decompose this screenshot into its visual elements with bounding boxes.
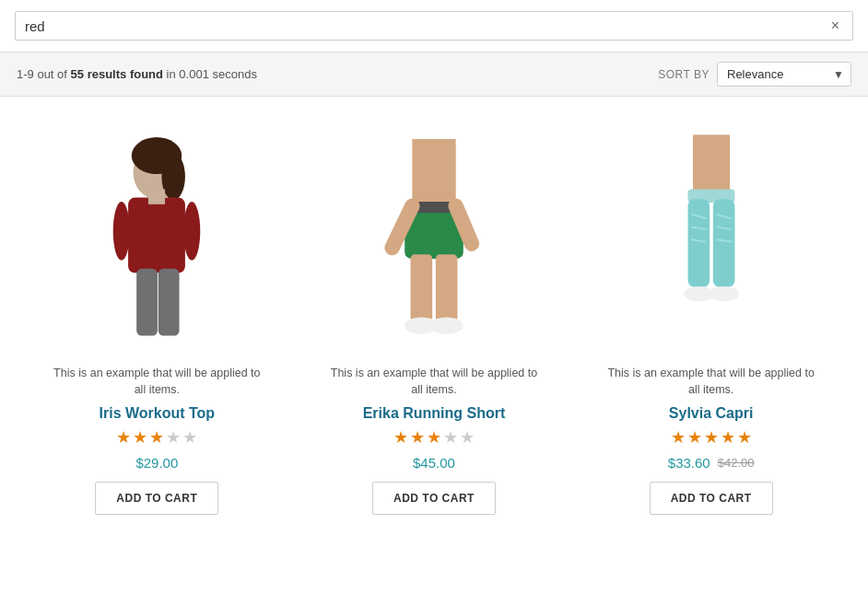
sort-wrapper: SORT BY Relevance Price: Low to High Pri… bbox=[658, 62, 851, 87]
star-rating: ★★★★★ bbox=[671, 427, 752, 448]
svg-rect-3 bbox=[128, 198, 185, 274]
star-filled: ★ bbox=[149, 427, 164, 448]
price-current: $29.00 bbox=[135, 455, 178, 471]
results-time: in 0.001 seconds bbox=[167, 67, 257, 81]
star-rating: ★★★★★ bbox=[393, 427, 475, 448]
star-empty: ★ bbox=[443, 427, 458, 448]
product-grid: This is an example that will be applied … bbox=[0, 97, 868, 542]
svg-point-5 bbox=[183, 202, 200, 261]
star-filled: ★ bbox=[687, 427, 702, 448]
star-rating: ★★★★★ bbox=[116, 427, 197, 448]
sort-select-wrapper: Relevance Price: Low to High Price: High… bbox=[717, 62, 851, 87]
svg-rect-8 bbox=[148, 189, 165, 204]
sort-label: SORT BY bbox=[658, 68, 710, 81]
star-filled: ★ bbox=[410, 427, 425, 448]
svg-rect-9 bbox=[412, 139, 455, 206]
product-image bbox=[591, 124, 831, 355]
add-to-cart-button[interactable]: ADD TO CART bbox=[95, 482, 218, 515]
svg-point-15 bbox=[429, 318, 463, 334]
price-original: $42.00 bbox=[718, 456, 755, 470]
results-range-prefix: 1-9 out of bbox=[17, 67, 67, 81]
search-bar: red × bbox=[15, 11, 853, 41]
product-price: $45.00 bbox=[413, 455, 455, 471]
results-count: 55 results found bbox=[71, 67, 163, 81]
star-filled: ★ bbox=[704, 427, 719, 448]
svg-rect-7 bbox=[158, 269, 180, 336]
product-card-3: This is an example that will be applied … bbox=[572, 124, 850, 515]
results-bar: 1-9 out of 55 results found in 0.001 sec… bbox=[0, 52, 868, 97]
search-input[interactable]: red bbox=[25, 18, 827, 34]
product-title[interactable]: Sylvia Capri bbox=[669, 405, 754, 422]
star-filled: ★ bbox=[393, 427, 408, 448]
product-card-1: This is an example that will be applied … bbox=[18, 124, 296, 515]
product-price: $29.00 bbox=[135, 455, 178, 471]
star-empty: ★ bbox=[166, 427, 181, 448]
product-banner: This is an example that will be applied … bbox=[601, 366, 822, 398]
svg-rect-18 bbox=[693, 134, 730, 193]
add-to-cart-button[interactable]: ADD TO CART bbox=[650, 482, 773, 515]
star-filled: ★ bbox=[116, 427, 131, 448]
star-empty: ★ bbox=[182, 427, 197, 448]
price-current: $45.00 bbox=[413, 455, 455, 471]
svg-point-29 bbox=[709, 286, 739, 301]
svg-point-2 bbox=[162, 153, 185, 200]
product-image bbox=[314, 124, 555, 355]
svg-rect-13 bbox=[436, 254, 458, 321]
product-banner: This is an example that will be applied … bbox=[323, 366, 545, 398]
sort-select[interactable]: Relevance Price: Low to High Price: High… bbox=[717, 62, 851, 87]
star-empty: ★ bbox=[460, 427, 475, 448]
price-current: $33.60 bbox=[668, 455, 710, 471]
product-card-2: This is an example that will be applied … bbox=[296, 124, 573, 515]
svg-point-4 bbox=[113, 202, 130, 261]
product-banner: This is an example that will be applied … bbox=[46, 366, 267, 398]
svg-rect-12 bbox=[411, 254, 433, 321]
product-image bbox=[37, 124, 277, 355]
product-title[interactable]: Erika Running Short bbox=[363, 405, 506, 422]
star-filled: ★ bbox=[133, 427, 147, 448]
star-filled: ★ bbox=[671, 427, 686, 448]
star-filled: ★ bbox=[427, 427, 441, 448]
results-summary: 1-9 out of 55 results found in 0.001 sec… bbox=[17, 67, 257, 81]
product-title[interactable]: Iris Workout Top bbox=[100, 405, 216, 422]
product-price: $33.60 $42.00 bbox=[668, 455, 755, 471]
svg-rect-21 bbox=[712, 199, 734, 286]
add-to-cart-button[interactable]: ADD TO CART bbox=[372, 482, 496, 515]
star-filled: ★ bbox=[721, 427, 735, 448]
svg-rect-6 bbox=[137, 269, 158, 336]
svg-rect-20 bbox=[687, 199, 710, 286]
clear-icon[interactable]: × bbox=[827, 17, 843, 34]
star-filled: ★ bbox=[737, 427, 752, 448]
